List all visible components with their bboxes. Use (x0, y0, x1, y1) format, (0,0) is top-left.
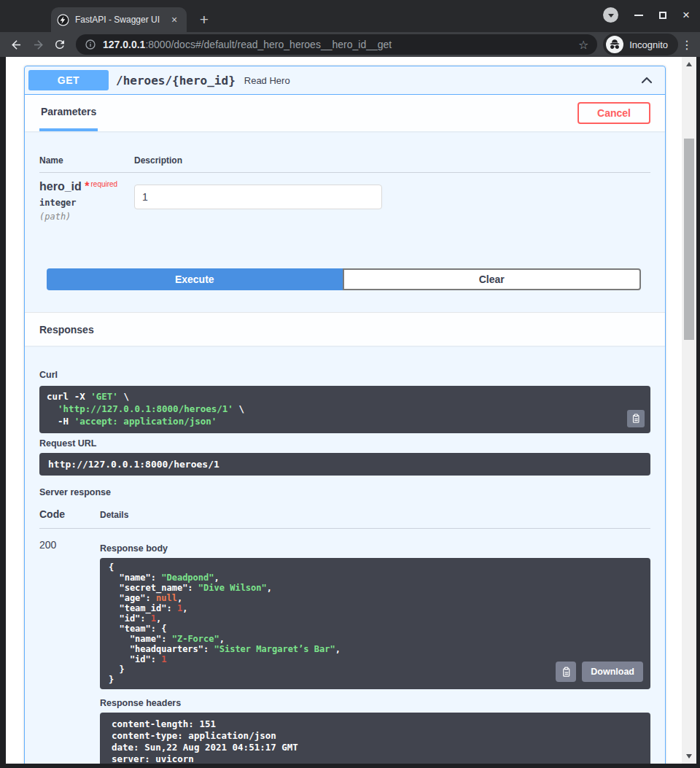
responses-body: Curl curl -X 'GET' \ 'http://127.0.0.1:8… (25, 346, 665, 764)
reload-icon[interactable] (50, 34, 70, 55)
parameter-location: (path) (39, 212, 134, 222)
fastapi-logo-icon (57, 14, 69, 26)
clear-button[interactable]: Clear (343, 268, 642, 290)
browser-toolbar: 127.0.0.1:8000/docs#/default/read_hero_h… (0, 32, 700, 57)
hero-id-input[interactable] (134, 185, 382, 209)
responses-section-header: Responses (25, 312, 665, 346)
new-tab-icon[interactable]: + (194, 9, 214, 30)
page-scrollbar[interactable] (682, 57, 696, 764)
download-button[interactable]: Download (582, 662, 643, 682)
operation-header[interactable]: GET /heroes/{hero_id} Read Hero (25, 66, 665, 95)
tab-close-icon[interactable]: × (168, 13, 181, 26)
maximize-icon[interactable] (659, 12, 666, 19)
tab-parameters[interactable]: Parameters (39, 95, 98, 131)
required-asterisk: * (85, 180, 89, 193)
http-method-badge: GET (28, 70, 109, 90)
incognito-icon (606, 36, 623, 53)
scrollbar-thumb[interactable] (684, 139, 694, 340)
browser-tab[interactable]: FastAPI - Swagger UI × (51, 7, 187, 32)
tab-search-icon[interactable] (603, 7, 618, 23)
column-description: Description (134, 155, 182, 166)
copy-icon[interactable] (627, 410, 645, 427)
parameters-section-header: Parameters Cancel (25, 95, 665, 131)
parameters-table: Name Description hero_id *required integ… (25, 131, 665, 312)
url-path: :8000/docs#/default/read_hero_heroes__he… (145, 39, 392, 50)
column-details: Details (100, 510, 128, 520)
response-headers-label: Response headers (100, 689, 650, 713)
operation-block: GET /heroes/{hero_id} Read Hero Paramete… (24, 66, 666, 764)
responses-title: Responses (39, 324, 94, 335)
url-host: 127.0.0.1 (103, 39, 145, 50)
minimize-icon[interactable] (634, 15, 643, 16)
operation-summary: Read Hero (244, 75, 290, 86)
parameter-value-cell (134, 180, 382, 222)
status-code: 200 (39, 538, 100, 764)
tab-strip: FastAPI - Swagger UI × + × (0, 0, 700, 32)
swagger-page: GET /heroes/{hero_id} Read Hero Paramete… (6, 57, 682, 764)
response-body-label: Response body (100, 538, 650, 558)
bookmark-star-icon[interactable]: ☆ (578, 38, 588, 52)
operation-path: /heroes/{hero_id} (116, 74, 236, 88)
window-controls: × (603, 7, 690, 23)
server-response-label: Server response (39, 476, 650, 508)
collapse-chevron-up-icon[interactable] (639, 73, 654, 88)
parameter-name: hero_id (39, 180, 82, 193)
cancel-button[interactable]: Cancel (578, 102, 650, 124)
back-icon[interactable] (6, 34, 26, 55)
response-headers-value: content-length: 151 content-type: applic… (100, 713, 650, 764)
required-label: required (90, 180, 117, 188)
site-info-icon[interactable] (85, 39, 96, 50)
parameters-table-head: Name Description (39, 131, 650, 173)
incognito-label: Incognito (629, 39, 668, 50)
parameter-name-cell: hero_id *required integer (path) (39, 180, 134, 222)
parameter-row: hero_id *required integer (path) (39, 173, 650, 268)
parameter-type: integer (39, 198, 134, 208)
incognito-badge: Incognito (603, 34, 678, 55)
forward-icon[interactable] (28, 34, 48, 55)
execute-button-group: Execute Clear (47, 268, 641, 290)
copy-icon[interactable] (556, 662, 576, 682)
request-url-label: Request URL (39, 433, 650, 453)
address-bar[interactable]: 127.0.0.1:8000/docs#/default/read_hero_h… (76, 34, 597, 55)
tab-title: FastAPI - Swagger UI (75, 15, 162, 25)
browser-menu-icon[interactable]: ⋮ (680, 38, 694, 52)
response-row: 200 Response body { "name": "Deadpond", … (39, 529, 650, 764)
column-name: Name (39, 155, 134, 166)
scrollbar-down-icon[interactable] (682, 750, 696, 762)
execute-button[interactable]: Execute (47, 268, 343, 290)
curl-label: Curl (39, 346, 650, 386)
close-icon[interactable]: × (682, 10, 690, 20)
request-url-value: http://127.0.0.1:8000/heroes/1 (39, 453, 650, 476)
column-code: Code (39, 508, 100, 520)
response-table-head: Code Details (39, 508, 650, 529)
scrollbar-up-icon[interactable] (682, 58, 696, 70)
curl-command: curl -X 'GET' \ 'http://127.0.0.1:8000/h… (39, 386, 650, 433)
url-text[interactable]: 127.0.0.1:8000/docs#/default/read_hero_h… (103, 39, 572, 50)
